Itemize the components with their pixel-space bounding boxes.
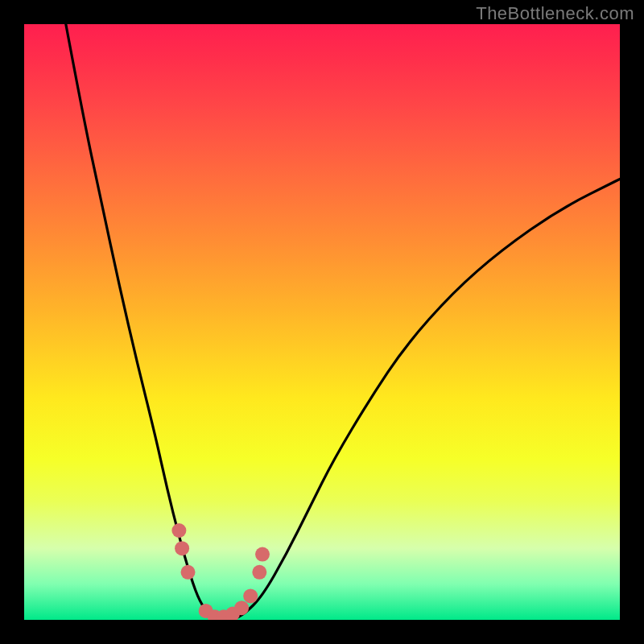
curve-marker	[252, 565, 266, 580]
chart-svg	[24, 24, 620, 620]
curve-markers	[171, 523, 270, 620]
curve-marker	[243, 588, 258, 603]
watermark-text: TheBottleneck.com	[476, 3, 634, 24]
curve-marker	[234, 601, 249, 615]
curve-marker	[181, 565, 196, 580]
plot-area	[24, 24, 620, 620]
curve-marker	[171, 523, 186, 538]
curve-marker	[255, 547, 270, 562]
curve-marker	[175, 541, 189, 555]
chart-frame: TheBottleneck.com	[0, 0, 644, 644]
bottleneck-curve	[66, 24, 620, 620]
